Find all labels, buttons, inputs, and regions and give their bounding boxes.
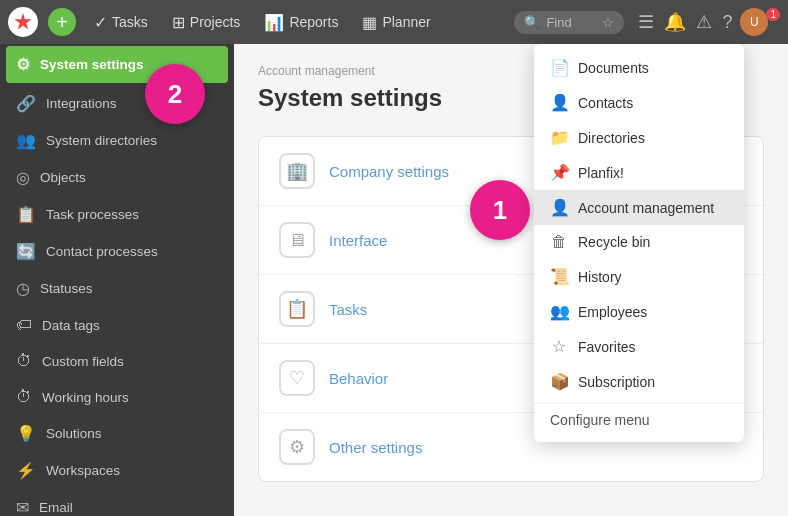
dropdown-item-label: Directories bbox=[578, 130, 645, 146]
subscription-icon: 📦 bbox=[550, 372, 568, 391]
sidebar-item-statuses[interactable]: ◷ Statuses bbox=[0, 270, 234, 307]
top-navigation: + ✓ Tasks ⊞ Projects 📊 Reports ▦ Planner… bbox=[0, 0, 788, 44]
sidebar-item-email[interactable]: ✉ Email bbox=[0, 489, 234, 516]
search-bar[interactable]: 🔍 Find ☆ bbox=[514, 11, 624, 34]
documents-icon: 📄 bbox=[550, 58, 568, 77]
dropdown-item-favorites[interactable]: ☆ Favorites bbox=[534, 329, 744, 364]
nav-reports[interactable]: 📊 Reports bbox=[254, 9, 348, 36]
plus-icon: + bbox=[56, 11, 68, 34]
sidebar-item-label: System directories bbox=[46, 133, 157, 148]
recycle-icon: 🗑 bbox=[550, 233, 568, 251]
behavior-icon: ♡ bbox=[279, 360, 315, 396]
circle-badge-2: 2 bbox=[145, 64, 205, 124]
circle-badge-1: 1 bbox=[470, 180, 530, 240]
configure-menu-button[interactable]: Configure menu bbox=[534, 403, 744, 436]
dropdown-item-subscription[interactable]: 📦 Subscription bbox=[534, 364, 744, 399]
email-icon: ✉ bbox=[16, 498, 29, 516]
settings-item-label: Company settings bbox=[329, 163, 449, 180]
dropdown-item-planfix[interactable]: 📌 Planfix! bbox=[534, 155, 744, 190]
sidebar-item-label: Email bbox=[39, 500, 73, 515]
sidebar-item-solutions[interactable]: 💡 Solutions bbox=[0, 415, 234, 452]
sidebar-item-label: Solutions bbox=[46, 426, 102, 441]
projects-icon: ⊞ bbox=[172, 13, 185, 32]
tasks-icon: ✓ bbox=[94, 13, 107, 32]
sidebar-item-contact-processes[interactable]: 🔄 Contact processes bbox=[0, 233, 234, 270]
sidebar-item-label: Objects bbox=[40, 170, 86, 185]
sidebar-item-label: Custom fields bbox=[42, 354, 124, 369]
reports-icon: 📊 bbox=[264, 13, 284, 32]
settings-item-label: Interface bbox=[329, 232, 387, 249]
nav-actions: ☰ 🔔 ⚠ ? U 1 bbox=[636, 8, 780, 36]
dropdown-item-label: Contacts bbox=[578, 95, 633, 111]
sidebar-item-objects[interactable]: ◎ Objects bbox=[0, 159, 234, 196]
nav-projects[interactable]: ⊞ Projects bbox=[162, 9, 251, 36]
notification-icon[interactable]: 🔔 bbox=[662, 9, 688, 35]
sidebar: ⚙ System settings 🔗 Integrations 👥 Syste… bbox=[0, 44, 234, 516]
planfix-icon: 📌 bbox=[550, 163, 568, 182]
other-settings-icon: ⚙ bbox=[279, 429, 315, 465]
nav-planner-label: Planner bbox=[382, 14, 430, 30]
employees-icon: 👥 bbox=[550, 302, 568, 321]
history-icon: 📜 bbox=[550, 267, 568, 286]
favorites-icon: ☆ bbox=[550, 337, 568, 356]
dropdown-menu: 📄 Documents 👤 Contacts 📁 Directories 📌 P… bbox=[534, 44, 744, 442]
sidebar-item-working-hours[interactable]: ⏱ Working hours bbox=[0, 379, 234, 415]
dropdown-item-contacts[interactable]: 👤 Contacts bbox=[534, 85, 744, 120]
nav-tasks-label: Tasks bbox=[112, 14, 148, 30]
settings-item-label: Tasks bbox=[329, 301, 367, 318]
objects-icon: ◎ bbox=[16, 168, 30, 187]
sidebar-item-label: Data tags bbox=[42, 318, 100, 333]
contacts-icon: 👤 bbox=[550, 93, 568, 112]
sidebar-item-system-directories[interactable]: 👥 System directories bbox=[0, 122, 234, 159]
company-icon: 🏢 bbox=[279, 153, 315, 189]
dropdown-item-documents[interactable]: 📄 Documents bbox=[534, 50, 744, 85]
menu-icon[interactable]: ☰ bbox=[636, 9, 656, 35]
workspaces-icon: ⚡ bbox=[16, 461, 36, 480]
statuses-icon: ◷ bbox=[16, 279, 30, 298]
notification-badge: 1 bbox=[766, 8, 780, 21]
add-button[interactable]: + bbox=[48, 8, 76, 36]
app-logo[interactable] bbox=[8, 7, 38, 37]
avatar-initials: U bbox=[750, 15, 759, 29]
sidebar-item-custom-fields[interactable]: ⏱ Custom fields bbox=[0, 343, 234, 379]
planner-icon: ▦ bbox=[362, 13, 377, 32]
dropdown-item-label: History bbox=[578, 269, 622, 285]
integrations-icon: 🔗 bbox=[16, 94, 36, 113]
nav-reports-label: Reports bbox=[289, 14, 338, 30]
dir-icon: 📁 bbox=[550, 128, 568, 147]
search-icon: 🔍 bbox=[524, 15, 540, 30]
sidebar-item-task-processes[interactable]: 📋 Task processes bbox=[0, 196, 234, 233]
circle-label: 2 bbox=[168, 79, 182, 110]
nav-planner[interactable]: ▦ Planner bbox=[352, 9, 440, 36]
sidebar-item-data-tags[interactable]: 🏷 Data tags bbox=[0, 307, 234, 343]
sidebar-item-label: Working hours bbox=[42, 390, 129, 405]
dropdown-item-label: Planfix! bbox=[578, 165, 624, 181]
directories-icon: 👥 bbox=[16, 131, 36, 150]
nav-tasks[interactable]: ✓ Tasks bbox=[84, 9, 158, 36]
sidebar-item-label: Workspaces bbox=[46, 463, 120, 478]
dropdown-item-account-management[interactable]: 👤 Account management bbox=[534, 190, 744, 225]
tasks-settings-icon: 📋 bbox=[279, 291, 315, 327]
account-icon: 👤 bbox=[550, 198, 568, 217]
custom-fields-icon: ⏱ bbox=[16, 352, 32, 370]
dropdown-item-history[interactable]: 📜 History bbox=[534, 259, 744, 294]
working-hours-icon: ⏱ bbox=[16, 388, 32, 406]
nav-projects-label: Projects bbox=[190, 14, 241, 30]
dropdown-item-label: Recycle bin bbox=[578, 234, 650, 250]
interface-icon: 🖥 bbox=[279, 222, 315, 258]
dropdown-item-recycle-bin[interactable]: 🗑 Recycle bin bbox=[534, 225, 744, 259]
dropdown-item-label: Subscription bbox=[578, 374, 655, 390]
sidebar-item-label: Integrations bbox=[46, 96, 117, 111]
dropdown-item-employees[interactable]: 👥 Employees bbox=[534, 294, 744, 329]
sidebar-item-workspaces[interactable]: ⚡ Workspaces bbox=[0, 452, 234, 489]
dropdown-item-label: Employees bbox=[578, 304, 647, 320]
avatar[interactable]: U bbox=[740, 8, 768, 36]
dropdown-item-directories[interactable]: 📁 Directories bbox=[534, 120, 744, 155]
data-tags-icon: 🏷 bbox=[16, 316, 32, 334]
circle-label: 1 bbox=[493, 195, 507, 226]
settings-item-label: Other settings bbox=[329, 439, 422, 456]
help-icon[interactable]: ? bbox=[720, 10, 734, 35]
sidebar-item-label: Task processes bbox=[46, 207, 139, 222]
alert-icon[interactable]: ⚠ bbox=[694, 9, 714, 35]
sidebar-item-label: System settings bbox=[40, 57, 144, 72]
